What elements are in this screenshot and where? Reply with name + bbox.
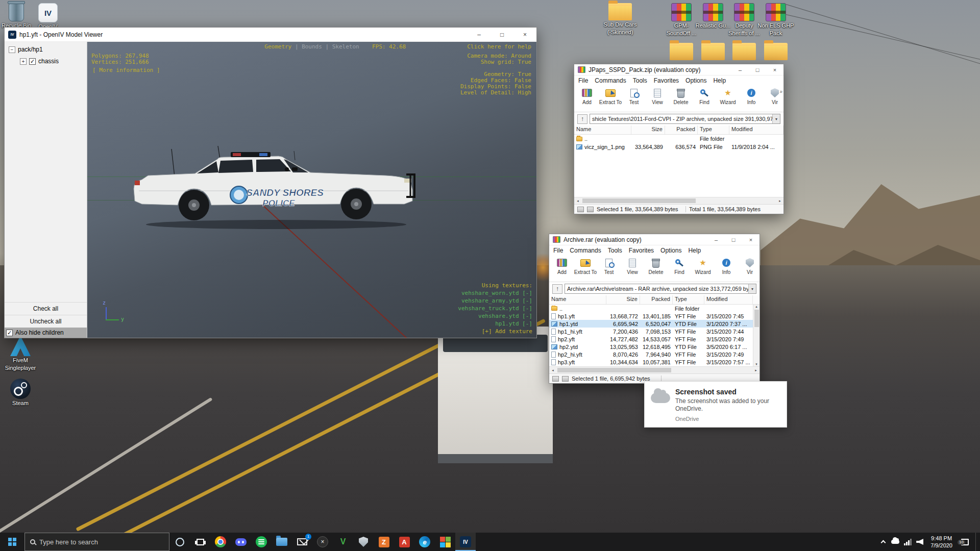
view-button[interactable]: View — [646, 87, 669, 105]
openiv-titlebar[interactable]: IV hp1.yft - OpenIV Model Viewer – □ × — [5, 28, 536, 42]
police-car-model[interactable]: SANDY SHORES POLICE — [131, 144, 416, 233]
dropdown-arrow-icon[interactable]: ▾ — [748, 284, 756, 293]
test-button[interactable]: Test — [622, 87, 646, 105]
minimize-button[interactable]: – — [707, 234, 725, 245]
up-one-level-button[interactable]: ↑ — [552, 284, 562, 294]
scroll-left-arrow[interactable]: ◂ — [549, 368, 556, 372]
file-row[interactable]: hp2.yft 14,727,482 14,533,057 YFT File 3… — [549, 335, 753, 343]
winrar-titlebar[interactable]: JPaps_SSPD_Pack.zip (evaluation copy) – … — [574, 64, 783, 76]
scroll-right-arrow[interactable]: ▸ — [776, 199, 783, 203]
column-size[interactable]: Size — [606, 295, 640, 304]
scroll-down-arrow[interactable]: ▾ — [755, 362, 757, 366]
menu-favorites[interactable]: Favorites — [629, 247, 654, 254]
test-button[interactable]: Test — [597, 257, 621, 275]
help-link[interactable]: Click here for help — [467, 44, 531, 50]
menu-options[interactable]: Options — [660, 247, 681, 254]
close-button[interactable]: × — [766, 64, 783, 75]
tray-volume-button[interactable] — [914, 539, 926, 545]
texture-item[interactable]: vehshare_worn.ytd [-] — [461, 290, 532, 296]
desktop-icon-recycle-bin[interactable]: Recycle Bin — [0, 3, 33, 29]
show-desktop-button[interactable] — [975, 533, 978, 551]
menu-help[interactable]: Help — [713, 77, 726, 84]
menu-tools[interactable]: Tools — [608, 247, 622, 254]
maximize-button[interactable]: □ — [749, 64, 766, 75]
scrollbar-thumb[interactable] — [582, 198, 696, 203]
info-button[interactable]: iInfo — [740, 87, 763, 105]
desktop-icon-sub-div-cars[interactable]: Sub Div Cars (-Skinned) — [601, 3, 640, 36]
delete-button[interactable]: Delete — [669, 87, 693, 105]
menu-tools[interactable]: Tools — [633, 77, 647, 84]
file-row[interactable]: vicz_sign_1.png 33,564,389 636,574 PNG F… — [574, 143, 783, 151]
delete-button[interactable]: Delete — [644, 257, 668, 275]
task-view-button[interactable] — [190, 533, 210, 551]
more-information-link[interactable]: [ More information ] — [92, 67, 160, 73]
action-center-button[interactable]: 10 — [957, 539, 972, 545]
taskbar-z-app-button[interactable]: Z — [374, 533, 394, 551]
scrollbar-thumb[interactable] — [754, 310, 759, 327]
maximize-button[interactable]: □ — [491, 28, 513, 41]
notification-toast[interactable]: Screenshot saved The screenshot was adde… — [644, 381, 787, 428]
menu-options[interactable]: Options — [685, 77, 706, 84]
file-row[interactable]: hp3.yft 10,344,634 10,057,381 YFT File 3… — [549, 358, 753, 366]
column-modified[interactable]: Modified — [704, 295, 753, 304]
expand-box-icon[interactable]: + — [20, 58, 27, 65]
file-row[interactable]: hp2.ytd 13,025,953 12,618,495 YTD File 3… — [549, 343, 753, 350]
add-button[interactable]: Add — [575, 87, 599, 105]
tab-geometry[interactable]: Geometry — [264, 43, 291, 50]
wizard-button[interactable]: ★Wizard — [716, 87, 740, 105]
virus-scan-button[interactable]: Vir — [738, 257, 760, 275]
tab-bounds[interactable]: Bounds — [302, 43, 322, 50]
column-size[interactable]: Size — [631, 126, 665, 134]
add-button[interactable]: Add — [550, 257, 574, 275]
tree-root-pack-hp1[interactable]: − pack/hp1 — [9, 46, 87, 53]
close-button[interactable]: × — [742, 234, 760, 245]
scroll-left-arrow[interactable]: ◂ — [574, 199, 581, 203]
column-name[interactable]: Name — [574, 126, 631, 134]
scroll-right-arrow[interactable]: ▸ — [752, 368, 760, 372]
horizontal-scrollbar[interactable]: ◂ ▸ — [549, 366, 760, 373]
taskbar-v-app-button[interactable]: V — [333, 533, 353, 551]
start-button[interactable] — [0, 533, 24, 551]
vertical-scrollbar[interactable]: ▴ ▾ — [753, 305, 760, 366]
taskbar-a-app-button[interactable]: A — [394, 533, 414, 551]
column-name[interactable]: Name — [549, 295, 606, 304]
search-input[interactable] — [39, 538, 164, 546]
tab-skeleton[interactable]: Skeleton — [332, 43, 359, 50]
taskbar-files-button[interactable] — [272, 533, 292, 551]
desktop-icon-fivem[interactable]: FiveM Singleplayer — [1, 336, 40, 371]
menu-favorites[interactable]: Favorites — [654, 77, 679, 84]
desktop-icon-non-els-ghp[interactable]: Non ELS GHP Pack — [756, 3, 795, 37]
file-row[interactable]: hp1_hi.yft 7,200,436 7,098,153 YFT File … — [549, 328, 753, 335]
menu-help[interactable]: Help — [688, 247, 701, 254]
taskbar-x-app-button[interactable]: × — [312, 533, 333, 551]
texture-item[interactable]: vehshare.ytd [-] — [478, 313, 532, 319]
scrollbar-thumb[interactable] — [557, 368, 671, 372]
tray-network-button[interactable] — [901, 539, 914, 545]
desktop-icon-steam[interactable]: Steam — [1, 379, 40, 407]
extract-to-button[interactable]: Extract To — [599, 87, 622, 105]
taskbar-edge-button[interactable]: e — [414, 533, 435, 551]
taskbar-grid-app-button[interactable] — [435, 533, 455, 551]
taskbar-chrome-button[interactable] — [210, 533, 231, 551]
column-type[interactable]: Type — [673, 295, 704, 304]
file-row[interactable]: .. File folder — [549, 305, 753, 312]
also-hide-children-checkbox[interactable]: ✓ — [6, 330, 13, 336]
toolbar-overflow-icon[interactable]: » — [779, 89, 782, 94]
file-row[interactable]: .. File folder — [574, 135, 783, 143]
column-packed[interactable]: Packed — [665, 126, 698, 134]
file-row-selected[interactable]: hp1.ytd 6,695,942 6,520,047 YTD File 3/1… — [549, 320, 753, 328]
info-button[interactable]: iInfo — [715, 257, 738, 275]
column-modified[interactable]: Modified — [729, 126, 783, 134]
taskbar-shield-app-button[interactable] — [353, 533, 374, 551]
file-row[interactable]: hp2_hi.yft 8,070,426 7,964,940 YFT File … — [549, 350, 753, 358]
dropdown-arrow-icon[interactable]: ▾ — [772, 114, 780, 123]
address-combobox[interactable]: shicle Textures\2011-Ford-CVPI - ZIP arc… — [590, 114, 780, 124]
minimize-button[interactable]: – — [468, 28, 491, 41]
tray-onedrive-button[interactable] — [889, 540, 901, 544]
up-one-level-button[interactable]: ↑ — [577, 114, 587, 124]
taskbar-discord-button[interactable] — [231, 533, 251, 551]
taskbar-openiv-button[interactable]: IV — [455, 533, 476, 551]
menu-file[interactable]: File — [578, 77, 588, 84]
menu-file[interactable]: File — [553, 247, 563, 254]
maximize-button[interactable]: □ — [725, 234, 742, 245]
